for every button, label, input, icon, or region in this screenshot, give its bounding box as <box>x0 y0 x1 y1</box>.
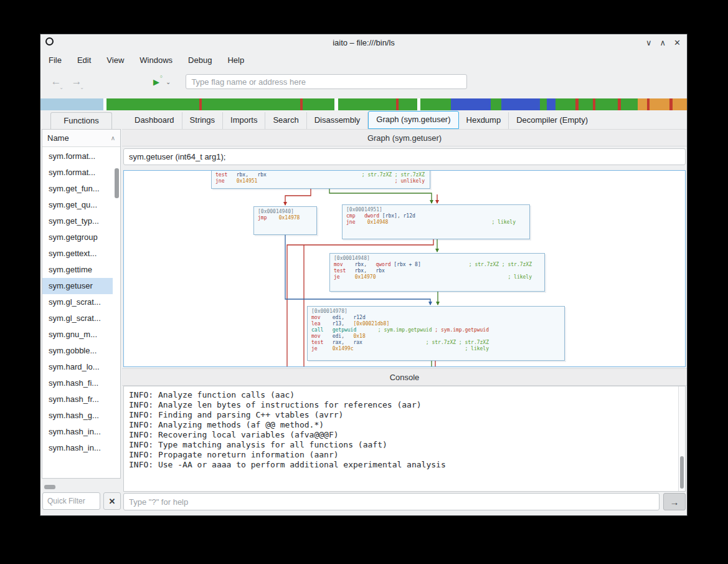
tab[interactable]: Graph (sym.getuser) <box>368 111 458 129</box>
quick-filter-input[interactable] <box>42 492 100 510</box>
block-address-label: [0x00014940] <box>258 209 313 215</box>
iaito-logo-icon <box>45 37 54 45</box>
memory-segment[interactable] <box>673 98 687 110</box>
memory-segment[interactable] <box>106 98 199 110</box>
function-item[interactable]: sym.format... <box>42 148 113 165</box>
window-title: iaito – file:///bin/ls <box>40 38 687 47</box>
menu-windows[interactable]: Windows <box>138 54 174 67</box>
function-list-scrollbar[interactable] <box>115 168 119 198</box>
memory-segment[interactable] <box>338 98 397 110</box>
memory-segment[interactable] <box>540 98 547 110</box>
function-item[interactable]: sym.gl_scrat... <box>42 294 113 310</box>
menu-view[interactable]: View <box>105 54 125 67</box>
tab[interactable]: Search <box>265 112 306 129</box>
block-address-label: [0x00014948] <box>334 256 541 262</box>
tab[interactable]: Dashboard <box>127 112 182 129</box>
function-item[interactable]: sym.gl_scrat... <box>42 310 113 327</box>
console-scrollbar[interactable] <box>678 386 685 491</box>
console-line: INFO: Use -AA or aaaa to perform additio… <box>129 460 674 470</box>
graph-stage[interactable]: test rbx, rbx; str.7zXZ ; str.7zXZjne 0x… <box>123 170 686 367</box>
memory-segment[interactable] <box>638 98 647 110</box>
horizontal-scrollbar[interactable] <box>44 485 55 489</box>
function-item[interactable]: sym.hash_in... <box>42 424 113 440</box>
asm-line: mov edi, r12d <box>311 315 560 321</box>
menu-help[interactable]: Help <box>226 54 245 67</box>
function-item[interactable]: sym.hash_in... <box>42 440 113 456</box>
console-scrollbar-thumb[interactable] <box>680 456 684 489</box>
minimize-button[interactable]: ∨ <box>646 39 652 47</box>
memory-segment[interactable] <box>547 98 556 110</box>
block-address-label: [0x00014978] <box>311 308 560 315</box>
close-button[interactable]: ✕ <box>674 39 681 47</box>
graph-block[interactable]: [0x00014951]cmp dword [rbx], r12djne 0x1… <box>342 204 530 239</box>
menu-file[interactable]: File <box>47 54 63 67</box>
asm-line: mov rbx, qword [rbx + 8]; str.7zXZ ; str… <box>334 262 541 268</box>
graph-block[interactable]: [0x00014948]mov rbx, qword [rbx + 8]; st… <box>329 253 545 292</box>
function-item[interactable]: sym.hard_lo... <box>42 359 113 375</box>
asm-line: jne 0x14951; unlikely <box>215 178 426 184</box>
function-item[interactable]: sym.format... <box>42 165 113 181</box>
function-list: sym.format...sym.format...sym.get_fun...… <box>42 147 120 478</box>
console-input-row: → <box>122 492 687 515</box>
console-submit-button[interactable]: → <box>663 493 686 510</box>
memory-segment[interactable] <box>399 98 417 110</box>
tab[interactable]: Disassembly <box>307 112 369 129</box>
tab[interactable]: Hexdump <box>459 112 509 129</box>
graph-block[interactable]: test rbx, rbx; str.7zXZ ; str.7zXZjne 0x… <box>211 170 430 189</box>
menu-edit[interactable]: Edit <box>76 54 92 67</box>
tab[interactable]: Imports <box>223 112 265 129</box>
toolbar: ←⌄ →⌄ ▶○ ⌄ <box>40 69 687 94</box>
memory-map-strip[interactable] <box>40 98 687 110</box>
function-item[interactable]: sym.getgroup <box>42 229 113 246</box>
debug-badge-icon: ○ <box>160 74 163 79</box>
chevron-down-icon: ⌄ <box>80 85 84 90</box>
memory-segment[interactable] <box>303 98 334 110</box>
menu-debug[interactable]: Debug <box>187 54 213 67</box>
memory-segment[interactable] <box>491 98 501 110</box>
function-item[interactable]: sym.gnu_m... <box>42 327 113 343</box>
run-button[interactable]: ▶○ <box>153 77 159 87</box>
function-item[interactable]: sym.get_qu... <box>42 197 113 213</box>
memory-segment[interactable] <box>501 98 540 110</box>
memory-segment[interactable] <box>579 98 593 110</box>
memory-segment[interactable] <box>621 98 638 110</box>
memory-segment[interactable] <box>555 98 575 110</box>
forward-button[interactable]: →⌄ <box>70 75 83 88</box>
name-column-header[interactable]: Name ∧ <box>42 130 120 147</box>
tab[interactable]: Decompiler (Empty) <box>509 112 595 129</box>
memory-segment[interactable] <box>650 98 669 110</box>
chevron-down-icon: ⌄ <box>59 85 64 90</box>
function-item[interactable]: sym.get_typ... <box>42 213 113 229</box>
maximize-button[interactable]: ∧ <box>660 39 666 47</box>
function-item[interactable]: sym.get_fun... <box>42 181 113 197</box>
asm-line: call getpwuid; sym.imp.getpwuid ; sym.im… <box>311 327 560 333</box>
memory-segment[interactable] <box>40 98 103 110</box>
back-button[interactable]: ←⌄ <box>50 75 62 88</box>
graph-edge-arrowhead <box>430 200 433 204</box>
function-item[interactable]: sym.gettext... <box>42 246 113 262</box>
filter-row: ✕ <box>42 492 121 515</box>
function-item[interactable]: sym.hash_fi... <box>42 375 113 391</box>
memory-segment[interactable] <box>451 98 491 110</box>
content: Functions Name ∧ sym.format...sym.format… <box>40 110 687 515</box>
sidebar-tabrow: Functions <box>42 110 121 129</box>
function-item[interactable]: sym.hash_g... <box>42 408 113 424</box>
name-column-label: Name <box>47 133 69 143</box>
function-item[interactable]: sym.gettime <box>42 262 113 278</box>
function-item[interactable]: sym.gobble... <box>42 343 113 359</box>
graph-block[interactable]: [0x00014940]jmp 0x14978 <box>253 206 317 235</box>
memory-segment[interactable] <box>595 98 618 110</box>
tab-functions[interactable]: Functions <box>50 112 111 129</box>
function-item[interactable]: sym.getuser <box>42 278 113 294</box>
tab[interactable]: Strings <box>182 112 223 129</box>
address-search-input[interactable] <box>186 74 467 89</box>
memory-segment[interactable] <box>202 98 300 110</box>
function-item[interactable]: sym.hash_fr... <box>42 391 113 408</box>
graph-block[interactable]: [0x00014978]mov edi, r12dlea r13, [0x000… <box>307 306 565 361</box>
titlebar[interactable]: iaito – file:///bin/ls ∨ ∧ ✕ <box>40 34 687 50</box>
graph-edge <box>285 189 311 205</box>
console-input[interactable] <box>123 493 659 510</box>
filter-close-button[interactable]: ✕ <box>103 492 121 510</box>
memory-segment[interactable] <box>420 98 451 110</box>
run-options-chevron-icon[interactable]: ⌄ <box>166 79 171 85</box>
